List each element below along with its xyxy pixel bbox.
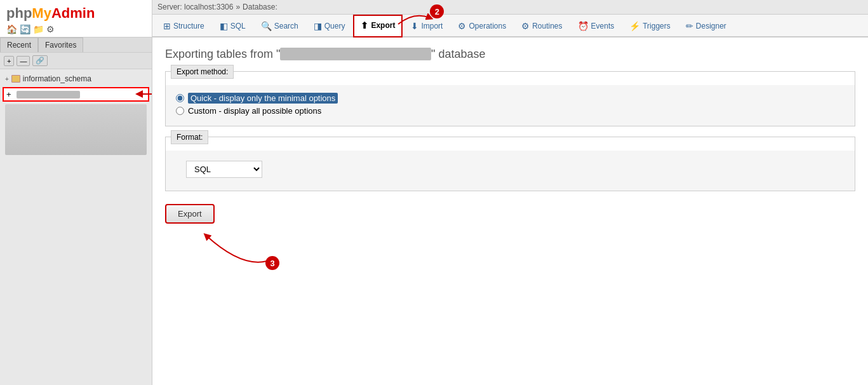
nav-tabs: ⊞ Structure ◧ SQL 🔍 Search ◨ Query ⬆ Exp…	[152, 15, 868, 37]
tab-sql-label: SQL	[230, 22, 246, 30]
annotation-3: 3	[265, 256, 279, 270]
sidebar-tabs: Recent Favorites	[0, 37, 152, 53]
tab-triggers[interactable]: ⚡ Triggers	[622, 16, 678, 36]
topbar-database: Database:	[243, 3, 277, 11]
logo-my: My	[32, 5, 51, 21]
import-icon: ⬇	[411, 21, 418, 31]
export-button-area: Export 3	[165, 204, 215, 224]
page-title: Exporting tables from "█████████████████…	[165, 48, 855, 61]
quick-label: Quick - display only the minimal options	[188, 93, 338, 104]
export-method-section: Export method: Quick - display only the …	[165, 71, 855, 126]
title-db: ██████████████████	[280, 48, 431, 60]
topbar-arrow: »	[236, 3, 240, 11]
home-icon[interactable]: 🏠	[6, 24, 17, 34]
designer-icon: ✏	[686, 21, 693, 31]
collapse-all-btn[interactable]: —	[17, 56, 30, 66]
tab-structure[interactable]: ⊞ Structure	[156, 16, 211, 36]
export-method-legend: Export method:	[171, 65, 234, 79]
db-item-information-schema[interactable]: + information_schema	[3, 73, 149, 84]
export-method-content: Quick - display only the minimal options…	[166, 85, 855, 126]
tab-operations[interactable]: ⚙ Operations	[451, 16, 513, 36]
structure-icon: ⊞	[163, 21, 171, 31]
folder-icon[interactable]: 📁	[33, 24, 44, 34]
sidebar-content: + information_schema +	[0, 69, 152, 385]
topbar-server: Server: localhost:3306	[157, 3, 233, 11]
triggers-icon: ⚡	[629, 21, 640, 31]
db-name: information_schema	[23, 74, 91, 83]
link-btn[interactable]: 🔗	[32, 55, 48, 66]
tab-routines-label: Routines	[532, 22, 562, 30]
query-icon: ◨	[314, 21, 322, 31]
tab-query-label: Query	[324, 22, 345, 30]
recent-tab[interactable]: Recent	[0, 37, 38, 52]
custom-radio[interactable]	[176, 107, 184, 115]
expand-icon: +	[5, 76, 9, 83]
tab-import[interactable]: ⬇ Import	[404, 16, 450, 36]
page-content: Exporting tables from "█████████████████…	[152, 37, 868, 385]
format-legend: Format:	[171, 130, 208, 144]
custom-option[interactable]: Custom - display all possible options	[176, 106, 845, 116]
sidebar: phpMyAdmin 🏠 🔄 📁 ⚙ Recent Favorites + — …	[0, 0, 152, 385]
tab-events[interactable]: ⏰ Events	[571, 16, 622, 36]
format-section: Format: SQL	[165, 137, 855, 191]
custom-label: Custom - display all possible options	[188, 106, 321, 116]
db-icon	[11, 75, 20, 83]
logo: phpMyAdmin	[6, 5, 145, 22]
tab-import-label: Import	[421, 22, 443, 30]
logo-php: php	[6, 5, 32, 21]
routines-icon: ⚙	[521, 21, 530, 31]
topbar: Server: localhost:3306 » Database:	[152, 0, 868, 15]
quick-radio[interactable]	[176, 94, 184, 102]
logo-admin: Admin	[51, 5, 95, 21]
tab-designer-label: Designer	[696, 22, 726, 30]
tab-operations-label: Operations	[469, 22, 506, 30]
logo-area: phpMyAdmin 🏠 🔄 📁 ⚙	[0, 0, 152, 37]
tab-structure-label: Structure	[173, 22, 204, 30]
tab-search-label: Search	[274, 22, 298, 30]
logo-icons: 🏠 🔄 📁 ⚙	[6, 24, 145, 34]
tab-routines[interactable]: ⚙ Routines	[514, 16, 569, 36]
export-button[interactable]: Export	[165, 204, 215, 224]
search-icon: 🔍	[261, 21, 272, 31]
sidebar-toolbar: + — 🔗	[0, 53, 152, 69]
quick-option[interactable]: Quick - display only the minimal options	[176, 93, 845, 104]
main-panel: Server: localhost:3306 » Database: ⊞ Str…	[152, 0, 868, 385]
expand-all-btn[interactable]: +	[4, 56, 14, 66]
export-icon: ⬆	[361, 20, 368, 30]
title-prefix: Exporting tables from "	[165, 48, 280, 60]
sql-icon: ◧	[220, 21, 228, 31]
tab-designer[interactable]: ✏ Designer	[679, 16, 733, 36]
selected-db-item[interactable]: +	[3, 87, 149, 102]
tab-triggers-label: Triggers	[643, 22, 671, 30]
favorites-tab[interactable]: Favorites	[38, 37, 83, 52]
tab-sql[interactable]: ◧ SQL	[213, 16, 253, 36]
operations-icon: ⚙	[458, 21, 466, 31]
tab-events-label: Events	[591, 22, 615, 30]
tab-export-label: Export	[371, 21, 395, 30]
tab-query[interactable]: ◨ Query	[307, 16, 352, 36]
tab-export[interactable]: ⬆ Export	[353, 15, 403, 37]
settings-icon[interactable]: ⚙	[46, 24, 55, 34]
sidebar-extra	[5, 104, 147, 155]
selected-db-name	[17, 91, 80, 98]
events-icon: ⏰	[578, 21, 589, 31]
tab-search[interactable]: 🔍 Search	[254, 16, 305, 36]
refresh-icon[interactable]: 🔄	[20, 24, 30, 34]
format-select[interactable]: SQL	[186, 161, 262, 178]
title-suffix: " database	[431, 48, 485, 60]
expand-icon-2: +	[6, 90, 11, 99]
